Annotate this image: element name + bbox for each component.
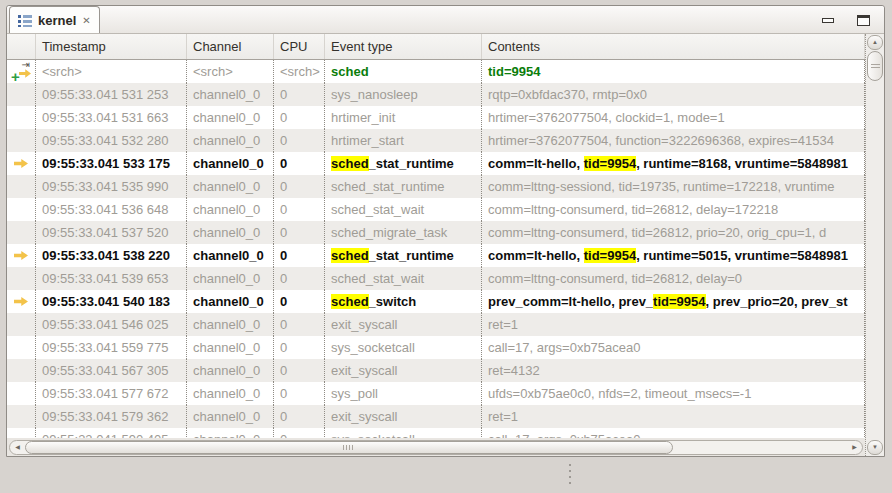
search-contents-field[interactable]: tid=9954: [482, 60, 865, 83]
vertical-scrollbar[interactable]: [865, 34, 884, 456]
cell-cpu: 0: [274, 175, 325, 198]
sash-handle[interactable]: [569, 464, 571, 484]
table-header-row: Timestamp Channel CPU Event type Content…: [7, 34, 865, 60]
cell-channel: channel0_0: [187, 336, 274, 359]
thumb-grip-icon: [343, 445, 354, 450]
table-row[interactable]: 09:55:33.041 538 220channel0_00sched_sta…: [7, 244, 865, 267]
cell-cpu: 0: [274, 290, 325, 313]
cell-channel: channel0_0: [187, 83, 274, 106]
cell-event-type: sys_socketcall: [325, 428, 482, 438]
search-channel-field[interactable]: <srch>: [187, 60, 274, 83]
column-header-gutter: [7, 34, 36, 59]
horizontal-scrollbar-track[interactable]: [9, 440, 863, 455]
gutter-cell: [7, 359, 36, 382]
maximize-icon[interactable]: [857, 15, 870, 26]
events-table: Timestamp Channel CPU Event type Content…: [7, 34, 884, 456]
cell-event-type: exit_syscall: [325, 313, 482, 336]
gutter-cell: [7, 175, 36, 198]
cell-timestamp: 09:55:33.041 533 175: [36, 152, 187, 175]
cell-channel: channel0_0: [187, 129, 274, 152]
column-header-timestamp[interactable]: Timestamp: [36, 34, 187, 59]
vertical-scrollbar-space: [867, 81, 883, 440]
search-timestamp-field[interactable]: <srch>: [36, 60, 187, 83]
cell-timestamp: 09:55:33.041 567 305: [36, 359, 187, 382]
gutter-cell: [7, 106, 36, 129]
cell-timestamp: 09:55:33.041 546 025: [36, 313, 187, 336]
cell-timestamp: 09:55:33.041 579 362: [36, 405, 187, 428]
table-row[interactable]: 09:55:33.041 535 990channel0_00sched_sta…: [7, 175, 865, 198]
cell-channel: channel0_0: [187, 267, 274, 290]
table-row[interactable]: 09:55:33.041 537 520channel0_00sched_mig…: [7, 221, 865, 244]
add-search-plus-icon: [11, 68, 20, 83]
cell-cpu: 0: [274, 221, 325, 244]
cell-contents: call=17, args=0xb75acea0: [482, 336, 865, 359]
cell-timestamp: 09:55:33.041 540 183: [36, 290, 187, 313]
cell-contents: hrtimer=3762077504, function=3222696368,…: [482, 129, 865, 152]
tab-label: kernel: [38, 13, 76, 28]
table-row[interactable]: 09:55:33.041 546 025channel0_00exit_sysc…: [7, 313, 865, 336]
cell-contents: comm=lt-hello, tid=9954, runtime=5015, v…: [482, 244, 865, 267]
cell-event-type: sched_switch: [325, 290, 482, 313]
table-row[interactable]: 09:55:33.041 540 183channel0_00sched_swi…: [7, 290, 865, 313]
cell-cpu: 0: [274, 359, 325, 382]
cell-cpu: 0: [274, 198, 325, 221]
table-row[interactable]: 09:55:33.041 579 362channel0_00exit_sysc…: [7, 405, 865, 428]
search-event-type-field[interactable]: sched: [325, 60, 482, 83]
horizontal-scrollbar[interactable]: [7, 438, 865, 456]
vertical-scrollbar-thumb[interactable]: [867, 51, 883, 81]
gutter-cell: [7, 129, 36, 152]
table-row[interactable]: 09:55:33.041 577 672channel0_00sys_pollu…: [7, 382, 865, 405]
skip-arrow-icon: [22, 60, 30, 70]
minimize-icon[interactable]: [822, 18, 834, 23]
scroll-down-arrow-icon[interactable]: [867, 440, 883, 455]
table-row[interactable]: 09:55:33.041 567 305channel0_00exit_sysc…: [7, 359, 865, 382]
table-row[interactable]: 09:55:33.041 532 280channel0_00hrtimer_s…: [7, 129, 865, 152]
gutter-cell: [7, 198, 36, 221]
table-row[interactable]: 09:55:33.041 533 175channel0_00sched_sta…: [7, 152, 865, 175]
table-row[interactable]: 09:55:33.041 559 775channel0_00sys_socke…: [7, 336, 865, 359]
table-row[interactable]: 09:55:33.041 539 653channel0_00sched_sta…: [7, 267, 865, 290]
column-header-contents[interactable]: Contents: [482, 34, 865, 59]
cell-timestamp: 09:55:33.041 590 405: [36, 428, 187, 438]
cell-contents: rqtp=0xbfdac370, rmtp=0x0: [482, 83, 865, 106]
column-header-event-type[interactable]: Event type: [325, 34, 482, 59]
cell-event-type: sys_socketcall: [325, 336, 482, 359]
search-cpu-field[interactable]: <srch>: [274, 60, 325, 83]
thumb-grip-icon: [871, 64, 880, 69]
table-row[interactable]: 09:55:33.041 536 648channel0_00sched_sta…: [7, 198, 865, 221]
table-row[interactable]: 09:55:33.041 531 663channel0_00hrtimer_i…: [7, 106, 865, 129]
table-row[interactable]: 09:55:33.041 531 253channel0_00sys_nanos…: [7, 83, 865, 106]
match-arrow-icon: [14, 297, 28, 307]
match-marker-cell: [7, 290, 36, 313]
cell-event-type: sched_stat_runtime: [325, 244, 482, 267]
search-filter-icon: [11, 62, 31, 81]
cell-timestamp: 09:55:33.041 531 663: [36, 106, 187, 129]
cell-contents: prev_comm=lt-hello, prev_tid=9954, prev_…: [482, 290, 865, 313]
search-row[interactable]: <srch> <srch> <srch> sched tid=9954: [7, 60, 865, 83]
cell-channel: channel0_0: [187, 359, 274, 382]
close-icon[interactable]: [82, 15, 90, 26]
scroll-left-arrow-icon[interactable]: [10, 441, 25, 454]
scroll-right-arrow-icon[interactable]: [847, 441, 862, 454]
gutter-cell: [7, 313, 36, 336]
cell-event-type: sched_stat_wait: [325, 198, 482, 221]
cell-contents: hrtimer=3762077504, clockid=1, mode=1: [482, 106, 865, 129]
events-table-icon: [18, 13, 32, 27]
cell-event-type: sched_migrate_task: [325, 221, 482, 244]
tab-kernel[interactable]: kernel: [9, 6, 100, 33]
column-header-cpu[interactable]: CPU: [274, 34, 325, 59]
cell-cpu: 0: [274, 267, 325, 290]
match-marker-cell: [7, 244, 36, 267]
horizontal-scrollbar-thumb[interactable]: [25, 441, 673, 454]
scroll-up-arrow-icon[interactable]: [867, 35, 883, 50]
cell-contents: ret=4132: [482, 359, 865, 382]
column-header-channel[interactable]: Channel: [187, 34, 274, 59]
gutter-cell: [7, 267, 36, 290]
cell-cpu: 0: [274, 405, 325, 428]
cell-cpu: 0: [274, 428, 325, 438]
table-row[interactable]: 09:55:33.041 590 405channel0_00sys_socke…: [7, 428, 865, 438]
cell-cpu: 0: [274, 382, 325, 405]
cell-timestamp: 09:55:33.041 536 648: [36, 198, 187, 221]
cell-timestamp: 09:55:33.041 532 280: [36, 129, 187, 152]
search-row-marker-cell: [7, 60, 36, 83]
